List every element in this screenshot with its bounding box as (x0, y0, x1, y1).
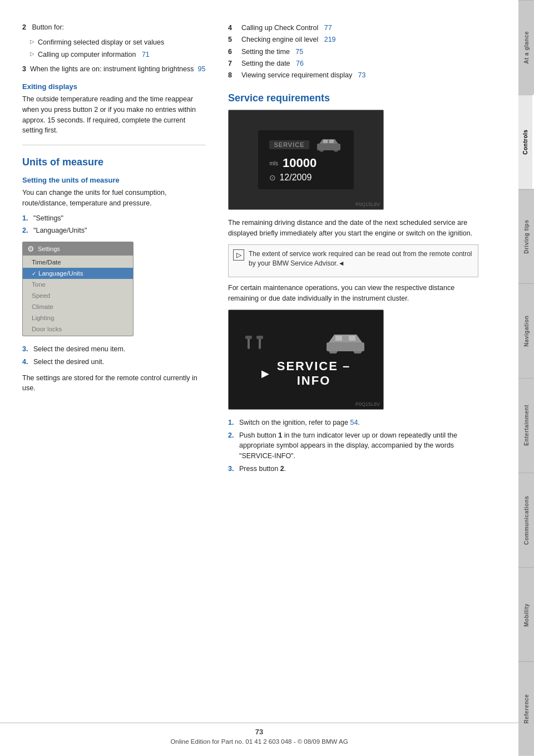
step-num: 2. (228, 430, 236, 462)
item-num: 7 (228, 58, 236, 70)
wrench-icons (244, 335, 264, 350)
miles-unit: mls (269, 160, 278, 166)
step-text: Select the desired menu item. (33, 344, 125, 355)
step-text: Switch on the ignition, refer to page 54… (239, 418, 360, 428)
service-arrow-icon: ▶ (261, 367, 269, 380)
sidebar-tab-entertainment[interactable]: Entertainment (518, 378, 534, 473)
step-item: 1. "Settings" (22, 213, 206, 224)
units-title: Units of measure (22, 156, 206, 168)
date-line: ⊙ 12/2009 (269, 173, 342, 183)
service-display: SERVICE mls 10000 (258, 130, 353, 189)
exiting-text: The outside temperature reading and the … (22, 94, 206, 136)
svg-rect-4 (329, 140, 334, 143)
step-num: 3. (22, 344, 30, 355)
step-item: 2. "Language/Units" (22, 225, 206, 236)
item-text: Viewing service requirement display 73 (241, 70, 366, 81)
copyright-text: Online Edition for Part no. 01 41 2 603 … (170, 738, 348, 745)
sidebar-tabs: At a glance Controls Driving tips Naviga… (518, 0, 534, 756)
car-icon-svg (315, 137, 343, 153)
service-info-line2: INFO (277, 374, 351, 388)
header-list-item: 6 Setting the time 75 (228, 46, 478, 58)
bullet-item: Confirming selected display or set value… (31, 37, 206, 48)
step-text: Push button 1 in the turn indicator leve… (239, 430, 478, 462)
step-num: 4. (22, 357, 30, 367)
step-num: 1. (228, 418, 236, 428)
button-section: 2 Button for: Confirming selected displa… (22, 22, 206, 75)
header-list: 4 Calling up Check Control 77 5 Checking… (228, 22, 478, 81)
service-info-line1: SERVICE – (277, 359, 351, 374)
menu-item-climate[interactable]: Climate (23, 301, 133, 312)
info-image-ref: P0Q15L8V (355, 401, 380, 407)
svg-rect-3 (323, 140, 328, 143)
svg-rect-8 (256, 336, 263, 339)
item-num: 6 (228, 46, 236, 58)
image-ref: P0Q15L9V (355, 202, 380, 207)
note-icon: ▷ (233, 249, 244, 261)
button-label: Button for: (32, 23, 64, 31)
step-item: 2. Push button 1 in the turn indicator l… (228, 430, 478, 462)
svg-rect-12 (335, 336, 342, 341)
step-num: 1. (22, 213, 30, 224)
exiting-title: Exiting displays (22, 82, 206, 91)
service-info-content: ▶ SERVICE – INFO (229, 331, 383, 388)
menu-item-tone[interactable]: Tone (23, 279, 133, 290)
mileage-line: mls 10000 (269, 156, 342, 170)
service-top: SERVICE (269, 137, 342, 153)
note-text: The extent of service work required can … (249, 249, 473, 268)
page-footer: 73 Online Edition for Part no. 01 41 2 6… (0, 723, 518, 745)
item-text: Setting the time 75 (241, 46, 303, 58)
sidebar-tab-reference[interactable]: Reference (518, 661, 534, 756)
gear-icon: ⚙ (27, 244, 34, 253)
step-item: 3. Press button 2. (228, 464, 478, 474)
header-list-item: 5 Checking engine oil level 219 (228, 34, 478, 46)
menu-item-speed[interactable]: Speed (23, 290, 133, 301)
settings-mockup: ⚙ Settings Time/Date Language/Units Tone… (22, 242, 134, 336)
svg-rect-6 (245, 336, 252, 339)
setting-units-title: Setting the units of measure (22, 176, 206, 184)
stored-text: The settings are stored for the remote c… (22, 373, 206, 394)
sidebar-tab-communications[interactable]: Communications (518, 473, 534, 567)
date-value: 12/2009 (279, 173, 312, 183)
menu-item-language-units[interactable]: Language/Units (23, 268, 133, 279)
item-num: 5 (228, 34, 236, 46)
item-text: Calling up Check Control 77 (241, 22, 332, 34)
sidebar-tab-mobility[interactable]: Mobility (518, 567, 534, 662)
sidebar-tab-driving-tips[interactable]: Driving tips (518, 189, 534, 284)
menu-item-lighting[interactable]: Lighting (23, 312, 133, 323)
service-text1: The remaining driving distance and the d… (228, 218, 478, 239)
item-num: 8 (228, 70, 236, 81)
bullet-item: Calling up computer information 71 (31, 50, 206, 60)
sidebar-tab-navigation[interactable]: Navigation (518, 283, 534, 378)
svg-rect-13 (349, 336, 355, 341)
steps-list-2: 3. Select the desired menu item. 4. Sele… (22, 344, 206, 367)
svg-rect-11 (327, 342, 364, 351)
svg-rect-2 (317, 144, 340, 150)
sidebar-tab-at-a-glance[interactable]: At a glance (518, 0, 534, 95)
step-num: 2. (22, 225, 30, 236)
button-bullets: Confirming selected display or set value… (31, 37, 206, 60)
clock-icon: ⊙ (269, 173, 276, 182)
button-number: 2 (22, 23, 26, 31)
car-silhouette-svg (323, 331, 368, 354)
step-text: Select the desired unit. (33, 357, 104, 367)
steps-list-1: 1. "Settings" 2. "Language/Units" (22, 213, 206, 237)
step-num: 3. (228, 464, 236, 474)
item-num: 4 (228, 22, 236, 34)
service-title: Service requirements (228, 92, 478, 104)
item3-text: 3 When the lights are on: instrument lig… (22, 64, 206, 75)
left-column: 2 Button for: Confirming selected displa… (0, 11, 217, 745)
page-number: 73 (0, 728, 518, 736)
setting-units-text: You can change the units for fuel consum… (22, 188, 206, 209)
step-item: 4. Select the desired unit. (22, 357, 206, 367)
step-item: 3. Select the desired menu item. (22, 344, 206, 355)
step-text: "Language/Units" (33, 225, 87, 236)
header-list-item: 4 Calling up Check Control 77 (228, 22, 478, 34)
step-text: "Settings" (33, 213, 63, 224)
menu-item-time-date[interactable]: Time/Date (23, 257, 133, 268)
wrench-icon-right (255, 335, 264, 350)
service-info-top (244, 331, 368, 354)
menu-item-door-locks[interactable]: Door locks (23, 323, 133, 335)
settings-menu: Time/Date Language/Units Tone Speed Clim… (23, 256, 133, 336)
sidebar-tab-controls[interactable]: Controls (518, 95, 534, 189)
service-steps-list: 1. Switch on the ignition, refer to page… (228, 418, 478, 474)
